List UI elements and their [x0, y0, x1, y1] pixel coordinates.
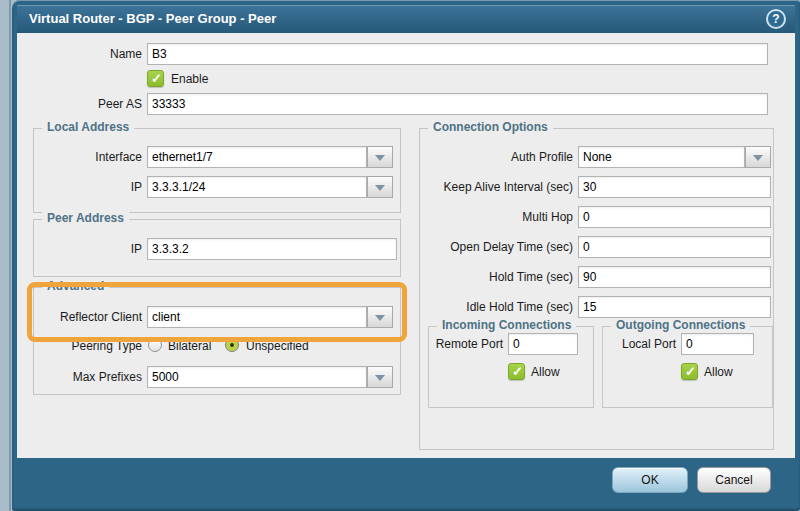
peering-type-label: Peering Type — [17, 338, 142, 354]
ok-button[interactable]: OK — [612, 467, 688, 493]
outgoing-connections-legend: Outgoing Connections — [611, 318, 750, 332]
dialog-title: Virtual Router - BGP - Peer Group - Peer — [29, 11, 276, 26]
max-prefixes-input[interactable] — [147, 366, 367, 388]
remote-port-label: Remote Port — [428, 336, 503, 352]
auth-profile-input[interactable] — [578, 146, 745, 168]
reflector-client-label: Reflector Client — [17, 309, 142, 325]
background-divider — [9, 0, 11, 511]
outgoing-allow-label: Allow — [704, 364, 733, 380]
peer-ip-label: IP — [17, 241, 142, 257]
screen: Virtual Router - BGP - Peer Group - Peer… — [0, 0, 800, 511]
local-ip-dropdown-icon[interactable] — [367, 176, 393, 198]
keep-alive-label: Keep Alive Interval (sec) — [419, 179, 573, 195]
remote-port-input[interactable] — [508, 333, 578, 355]
peer-address-legend: Peer Address — [42, 211, 129, 225]
peer-dialog: Virtual Router - BGP - Peer Group - Peer… — [12, 0, 800, 511]
incoming-allow-label: Allow — [531, 364, 560, 380]
enable-checkbox[interactable] — [147, 70, 164, 87]
interface-dropdown-icon[interactable] — [367, 146, 393, 168]
local-port-label: Local Port — [602, 336, 676, 352]
peer-as-label: Peer AS — [17, 96, 142, 112]
name-input[interactable] — [147, 43, 768, 65]
peering-type-unspecified-radio[interactable] — [225, 338, 239, 352]
reflector-client-dropdown-icon[interactable] — [367, 306, 393, 328]
cancel-button[interactable]: Cancel — [697, 467, 771, 493]
incoming-connections-legend: Incoming Connections — [437, 318, 576, 332]
dialog-titlebar: Virtual Router - BGP - Peer Group - Peer… — [17, 5, 795, 33]
auth-profile-label: Auth Profile — [419, 149, 573, 165]
enable-label: Enable — [171, 71, 208, 87]
advanced-legend: Advanced — [42, 279, 109, 293]
connection-options-legend: Connection Options — [428, 120, 553, 134]
local-address-group: Local Address — [33, 128, 401, 213]
interface-input[interactable] — [147, 146, 367, 168]
max-prefixes-dropdown-icon[interactable] — [367, 366, 393, 388]
keep-alive-input[interactable] — [578, 176, 771, 198]
open-delay-input[interactable] — [578, 236, 771, 258]
peer-ip-input[interactable] — [147, 238, 397, 260]
multi-hop-input[interactable] — [578, 206, 771, 228]
peer-as-input[interactable] — [147, 93, 768, 115]
peering-type-bilateral-label: Bilateral — [168, 338, 211, 354]
local-address-legend: Local Address — [42, 120, 134, 134]
local-ip-label: IP — [17, 179, 142, 195]
peering-type-bilateral-radio[interactable] — [148, 338, 162, 352]
peering-type-unspecified-label: Unspecified — [246, 338, 309, 354]
multi-hop-label: Multi Hop — [419, 209, 573, 225]
max-prefixes-label: Max Prefixes — [17, 369, 142, 385]
help-icon[interactable]: ? — [766, 9, 786, 29]
incoming-allow-checkbox[interactable] — [508, 363, 525, 380]
interface-label: Interface — [17, 149, 142, 165]
idle-hold-time-label: Idle Hold Time (sec) — [419, 299, 573, 315]
hold-time-input[interactable] — [578, 266, 771, 288]
name-label: Name — [17, 46, 142, 62]
outgoing-allow-checkbox[interactable] — [681, 363, 698, 380]
local-port-input[interactable] — [681, 333, 754, 355]
idle-hold-time-input[interactable] — [578, 296, 771, 318]
dialog-body: Name Enable Peer AS Local Address Interf… — [17, 33, 795, 458]
open-delay-label: Open Delay Time (sec) — [419, 239, 573, 255]
hold-time-label: Hold Time (sec) — [419, 269, 573, 285]
reflector-client-input[interactable] — [147, 306, 367, 328]
local-ip-input[interactable] — [147, 176, 367, 198]
auth-profile-dropdown-icon[interactable] — [745, 146, 771, 168]
